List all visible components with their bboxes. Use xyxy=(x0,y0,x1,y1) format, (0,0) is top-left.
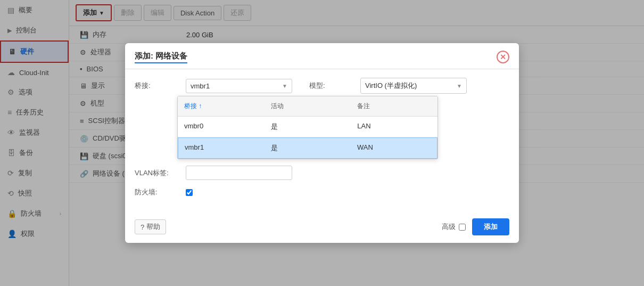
cell-note-vmbr0: LAN xyxy=(351,120,437,134)
modal-footer: ? 帮助 高级 添加 xyxy=(125,213,519,243)
footer-right: 高级 添加 xyxy=(442,218,509,235)
help-icon: ? xyxy=(141,223,144,231)
model-dropdown-arrow: ▼ xyxy=(457,83,462,89)
bridge-dropdown-table: 桥接 ↑ 活动 备注 vmbr0 是 LAN vmbr1 是 WAN xyxy=(177,96,438,159)
model-selected-value: VirtIO (半虚拟化) xyxy=(365,81,417,91)
cell-bridge-vmbr1: vmbr1 xyxy=(178,141,265,155)
bridge-selected-value: vmbr1 xyxy=(191,82,210,90)
bridge-dropdown-arrow: ▼ xyxy=(282,83,287,89)
model-select[interactable]: VirtIO (半虚拟化) ▼ xyxy=(360,78,467,94)
help-label: 帮助 xyxy=(146,222,160,232)
dropdown-row-vmbr1[interactable]: vmbr1 是 WAN xyxy=(178,137,437,159)
modal-body: 桥接: vmbr1 ▼ 模型: VirtIO (半虚拟化) ▼ 桥接 ↑ xyxy=(125,69,519,213)
sort-icon: ↑ xyxy=(199,102,202,110)
cell-active-vmbr0: 是 xyxy=(265,120,351,134)
advanced-checkbox[interactable] xyxy=(459,224,466,231)
vlan-input[interactable] xyxy=(186,166,292,180)
add-network-device-modal: 添加: 网络设备 ✕ 桥接: vmbr1 ▼ 模型: VirtIO (半虚拟化)… xyxy=(125,43,519,243)
firewall-checkbox[interactable] xyxy=(186,189,193,196)
bridge-model-row: 桥接: vmbr1 ▼ 模型: VirtIO (半虚拟化) ▼ xyxy=(135,78,509,94)
vlan-row: VLAN标签: xyxy=(135,166,509,180)
dropdown-row-vmbr0[interactable]: vmbr0 是 LAN xyxy=(178,117,437,137)
model-label: 模型: xyxy=(309,81,352,91)
cell-bridge-vmbr0: vmbr0 xyxy=(178,120,265,134)
help-button[interactable]: ? 帮助 xyxy=(135,219,166,234)
modal-close-button[interactable]: ✕ xyxy=(497,51,509,63)
dropdown-header: 桥接 ↑ 活动 备注 xyxy=(178,96,437,117)
col-bridge[interactable]: 桥接 ↑ xyxy=(178,100,265,113)
cell-active-vmbr1: 是 xyxy=(265,141,351,155)
vlan-label: VLAN标签: xyxy=(135,168,177,178)
modal-title: 添加: 网络设备 xyxy=(135,51,187,63)
col-note: 备注 xyxy=(351,100,437,113)
bridge-label: 桥接: xyxy=(135,81,177,91)
firewall-label: 防火墙: xyxy=(135,187,177,197)
cell-note-vmbr1: WAN xyxy=(351,141,437,155)
modal-header: 添加: 网络设备 ✕ xyxy=(125,43,519,69)
advanced-label: 高级 xyxy=(442,222,466,232)
bridge-select[interactable]: vmbr1 ▼ xyxy=(186,79,292,93)
submit-add-button[interactable]: 添加 xyxy=(472,218,509,235)
modal-overlay[interactable]: 添加: 网络设备 ✕ 桥接: vmbr1 ▼ 模型: VirtIO (半虚拟化)… xyxy=(0,0,644,286)
firewall-row: 防火墙: xyxy=(135,187,509,197)
col-active: 活动 xyxy=(265,100,351,113)
